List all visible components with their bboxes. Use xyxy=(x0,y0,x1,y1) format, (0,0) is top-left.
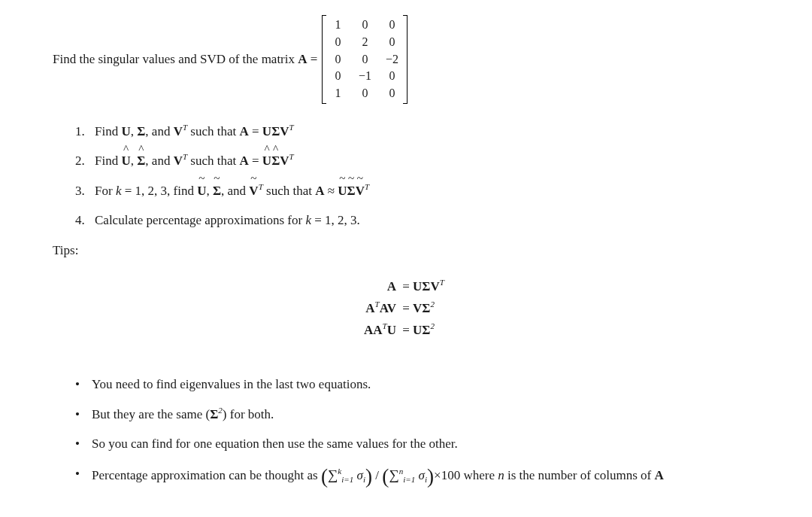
bullet-icon: • xyxy=(75,464,84,485)
matrix-body: 1 0 0 0 2 0 0 0 −2 0 −1 0 1 0 0 xyxy=(326,15,403,104)
item-number: 2. xyxy=(75,151,89,171)
item-number: 4. xyxy=(75,211,89,230)
matrix-A: 1 0 0 0 2 0 0 0 −2 0 −1 0 1 0 0 xyxy=(322,15,408,104)
tip-item-4: • Percentage approximation can be though… xyxy=(75,464,759,485)
bullet-icon: • xyxy=(75,375,84,394)
matrix-cell: 1 xyxy=(331,86,344,102)
matrix-cell: 0 xyxy=(385,86,398,102)
tip-item-3: • So you can find for one equation then … xyxy=(75,434,759,454)
item-text: Find ^U, ^Σ, and VT such that A = ^U^ΣVT xyxy=(95,151,294,171)
item-text: Calculate percentage approximations for … xyxy=(95,211,360,230)
matrix-cell: 0 xyxy=(385,35,398,50)
equation-2: ATAV = VΣ2 xyxy=(53,298,759,320)
tip-text: So you can find for one equation then us… xyxy=(92,434,759,454)
intro-text: Find the singular values and SVD of the … xyxy=(53,50,317,69)
matrix-cell: 2 xyxy=(358,35,371,50)
matrix-cell: 0 xyxy=(385,68,398,84)
task-item-4: 4. Calculate percentage approximations f… xyxy=(75,211,759,230)
matrix-cell: 0 xyxy=(358,52,371,68)
item-text: Find U, Σ, and VT such that A = UΣVT xyxy=(95,122,294,141)
problem-statement: Find the singular values and SVD of the … xyxy=(53,15,759,104)
matrix-cell: 1 xyxy=(331,17,344,33)
item-number: 3. xyxy=(75,181,89,201)
tip-item-1: • You need to find eigenvalues in the la… xyxy=(75,375,759,394)
tip-item-2: • But they are the same (Σ2) for both. xyxy=(75,405,759,424)
matrix-cell: −1 xyxy=(358,68,371,84)
matrix-cell: 0 xyxy=(331,52,344,68)
matrix-cell: 0 xyxy=(331,68,344,84)
item-text: For k = 1, 2, 3, find ~U, ~Σ, and ~VT su… xyxy=(95,181,369,201)
tips-heading: Tips: xyxy=(53,241,759,260)
bullet-icon: • xyxy=(75,434,84,454)
equation-3: AATU = UΣ2 xyxy=(53,320,759,342)
bullet-icon: • xyxy=(75,405,84,424)
task-list: 1. Find U, Σ, and VT such that A = UΣVT … xyxy=(75,122,759,230)
matrix-bracket-right xyxy=(403,15,408,104)
equations-block: A = UΣVT ATAV = VΣ2 AATU = UΣ2 xyxy=(53,276,759,342)
item-number: 1. xyxy=(75,122,89,141)
tip-text: You need to find eigenvalues in the last… xyxy=(92,375,759,394)
matrix-cell: 0 xyxy=(358,86,371,102)
tip-text: Percentage approximation can be thought … xyxy=(92,464,759,485)
matrix-cell: 0 xyxy=(358,17,371,33)
matrix-cell: −2 xyxy=(385,52,398,68)
task-item-1: 1. Find U, Σ, and VT such that A = UΣVT xyxy=(75,122,759,141)
tip-text: But they are the same (Σ2) for both. xyxy=(92,405,759,424)
matrix-cell: 0 xyxy=(385,17,398,33)
matrix-cell: 0 xyxy=(331,35,344,50)
equation-1: A = UΣVT xyxy=(53,276,759,298)
tips-list: • You need to find eigenvalues in the la… xyxy=(75,375,759,485)
task-item-2: 2. Find ^U, ^Σ, and VT such that A = ^U^… xyxy=(75,151,759,171)
task-item-3: 3. For k = 1, 2, 3, find ~U, ~Σ, and ~VT… xyxy=(75,181,759,201)
